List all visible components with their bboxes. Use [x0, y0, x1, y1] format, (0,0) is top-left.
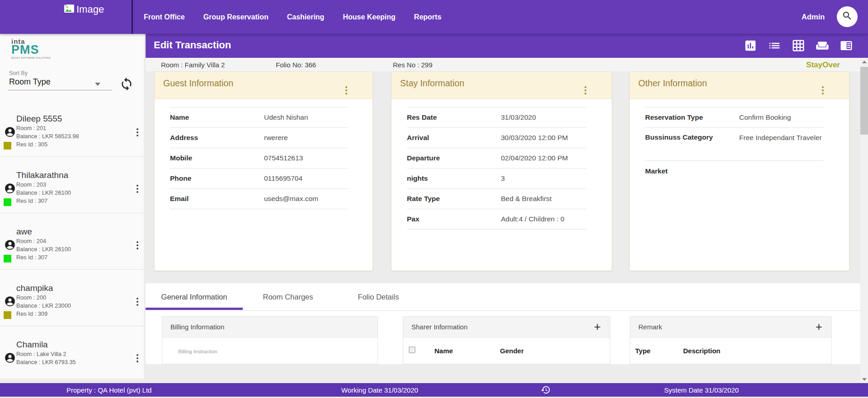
reader-book-icon[interactable] — [840, 39, 853, 52]
guest-name: Thilakarathna — [16, 171, 68, 179]
menu-reports[interactable]: Reports — [414, 13, 441, 21]
status-footer: Property : QA Hotel (pvt) Ltd Working Da… — [0, 383, 868, 397]
status-color-swatch — [4, 198, 11, 206]
page-scrollbar[interactable] — [860, 58, 868, 383]
row-label: Rate Type — [407, 195, 501, 203]
reservation-info-bar: Room : Family Villa 2 Folio No: 366 Res … — [146, 58, 860, 71]
top-navigation-bar: Image Front Office Group Reservation Cas… — [0, 0, 868, 34]
list-view-icon[interactable] — [768, 39, 781, 52]
row-value: 02/04/2020 12:00 PM — [501, 154, 586, 163]
table-row: Arrival 30/03/2020 12:00 PM — [407, 128, 586, 148]
row-label: Address — [170, 134, 264, 142]
scrollbar-thumb[interactable] — [860, 67, 868, 135]
person-avatar-icon — [4, 126, 16, 138]
app-root: Image Front Office Group Reservation Cas… — [0, 0, 868, 398]
remark-panel: Remark + Type Description — [630, 316, 832, 364]
card-title: Stay Information — [400, 78, 464, 89]
add-sharer-button[interactable]: + — [594, 320, 601, 333]
history-icon[interactable] — [541, 385, 551, 395]
row-value: Udesh Nishan — [264, 113, 347, 122]
row-label: Arrival — [407, 134, 501, 142]
search-button[interactable] — [837, 6, 858, 27]
grid-view-icon[interactable] — [792, 39, 805, 52]
menu-house-keeping[interactable]: House Keeping — [343, 13, 395, 21]
table-row: Address rwerere — [170, 128, 347, 148]
tab-general-information[interactable]: General Information — [146, 283, 243, 310]
person-avatar-icon — [4, 295, 16, 307]
admin-user-label[interactable]: Admin — [802, 13, 825, 21]
sharer-information-panel: Sharer Information + Name Gender — [403, 316, 610, 364]
folio-info: Folio No: 366 — [276, 61, 316, 69]
add-remark-button[interactable]: + — [816, 320, 822, 333]
working-date: Working Date 31/03/2020 — [341, 386, 418, 394]
person-avatar-icon — [4, 239, 16, 251]
select-underline — [8, 90, 112, 90]
scroll-up-arrow[interactable] — [860, 58, 868, 66]
column-header-name: Name — [434, 347, 453, 355]
table-row: Reservation Type Confirm Booking — [645, 108, 824, 128]
guest-menu-button[interactable] — [135, 352, 140, 364]
guest-name: Dileep 5555 — [16, 114, 62, 123]
select-all-checkbox[interactable] — [409, 346, 415, 353]
guest-list-item[interactable]: Thilakarathna Room : 203 Balance : LKR 2… — [0, 157, 144, 213]
status-color-swatch — [4, 255, 11, 262]
panel-header: Sharer Information + — [403, 317, 610, 337]
tab-folio-details[interactable]: Folio Details — [333, 283, 424, 310]
card-menu-button[interactable] — [344, 84, 349, 96]
guest-balance: Balance : LKR 26100 — [16, 246, 71, 252]
row-label: Reservation Type — [645, 113, 739, 122]
bar-chart-icon[interactable] — [744, 39, 757, 52]
pms-logo-text-main: PMS — [11, 44, 51, 56]
property-name: Property : QA Hotel (pvt) Ltd — [66, 386, 151, 394]
card-menu-button[interactable] — [583, 84, 588, 96]
details-section: General Information Room Charges Folio D… — [146, 283, 860, 364]
search-icon — [842, 10, 853, 23]
room-couch-icon[interactable] — [816, 39, 829, 52]
row-value: 3 — [501, 174, 586, 183]
person-avatar-icon — [4, 352, 16, 364]
guest-menu-button[interactable] — [135, 239, 140, 251]
guest-balance: Balance : LKR 6793.35 — [16, 359, 76, 365]
room-info: Room : Family Villa 2 — [161, 61, 225, 69]
app-logo[interactable]: Image — [64, 4, 104, 15]
scroll-down-arrow[interactable] — [860, 375, 868, 383]
person-avatar-icon — [4, 183, 16, 194]
menu-front-office[interactable]: Front Office — [144, 13, 185, 21]
stay-information-card: Stay Information Res Date 31/03/2020 Arr… — [391, 71, 612, 271]
column-header-gender: Gender — [500, 347, 524, 355]
menu-group-reservation[interactable]: Group Reservation — [203, 13, 269, 21]
card-menu-button[interactable] — [820, 84, 826, 96]
table-row: Rate Type Bed & Breakfirst — [407, 189, 586, 209]
tab-bar-divider — [146, 310, 860, 311]
guest-info-table: Name Udesh Nishan Address rwerere Mobile… — [170, 107, 347, 209]
guest-res-id: Res Id : 309 — [16, 311, 47, 317]
guest-list-item[interactable]: Dileep 5555 Room : 201 Balance : LKR 565… — [0, 100, 144, 157]
row-label: Res Date — [407, 113, 501, 122]
broken-image-icon — [64, 4, 75, 15]
guest-res-id: Res Id : 307 — [16, 254, 47, 260]
guest-list-item[interactable]: champika Room : 200 Balance : LKR 23000 … — [0, 270, 144, 326]
chevron-down-icon — [95, 83, 100, 86]
row-value: Confirm Booking — [739, 113, 824, 122]
tab-room-charges[interactable]: Room Charges — [243, 283, 333, 310]
stay-info-table: Res Date 31/03/2020 Arrival 30/03/2020 1… — [407, 107, 586, 229]
panel-header: Remark + — [630, 317, 831, 337]
menu-cashiering[interactable]: Cashiering — [287, 13, 325, 21]
row-value: 30/03/2020 12:00 PM — [501, 133, 586, 142]
refresh-button[interactable] — [119, 77, 134, 91]
main-menu: Front Office Group Reservation Cashierin… — [144, 0, 441, 34]
guest-list-item[interactable]: awe Room : 204 Balance : LKR 26100 Res I… — [0, 213, 144, 270]
table-row: Pax Adult:4 / Children : 0 — [407, 209, 586, 229]
row-value: Bed & Breakfirst — [501, 194, 586, 203]
guest-list-item[interactable]: Chamila Room : Lake Villa 2 Balance : LK… — [0, 326, 144, 367]
row-label: Departure — [407, 154, 501, 162]
row-label: Market — [645, 167, 739, 175]
guest-menu-button[interactable] — [135, 183, 140, 195]
guest-menu-button[interactable] — [135, 126, 140, 138]
guest-information-card: Guest Information Name Udesh Nishan Addr… — [154, 71, 373, 271]
guest-room: Room : 204 — [16, 238, 46, 244]
guest-menu-button[interactable] — [135, 296, 140, 308]
row-label: nights — [407, 174, 501, 183]
column-header-description: Description — [683, 347, 721, 355]
row-value: Adult:4 / Children : 0 — [501, 215, 586, 224]
